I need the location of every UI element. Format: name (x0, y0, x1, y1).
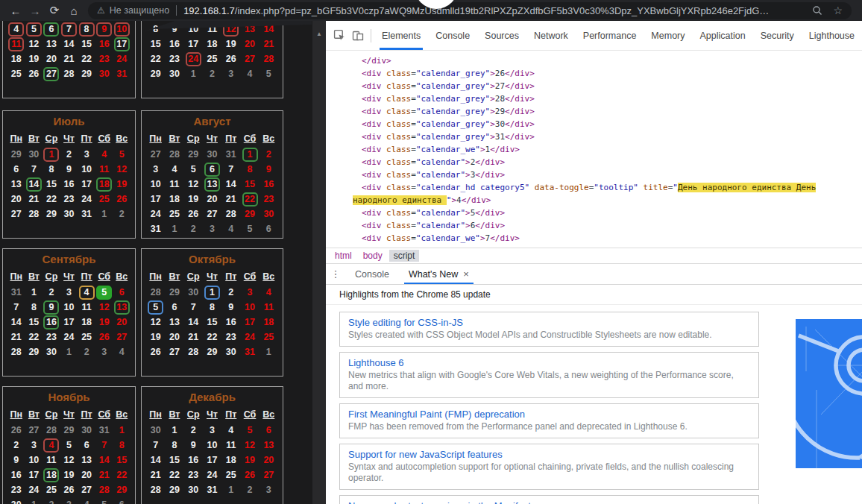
day-marker-box: 18 (96, 177, 112, 192)
code-line[interactable]: <div class="calendar_grey">30</div> (326, 118, 862, 130)
search-icon[interactable] (812, 5, 822, 16)
code-token: class (382, 246, 412, 248)
devtools-tab-sources[interactable]: Sources (477, 21, 526, 50)
calendar-day-marked[interactable]: 8 (78, 22, 95, 37)
week-row: 13141516171819 (7, 177, 130, 192)
drawer-menu-icon[interactable]: ⋮ (326, 268, 345, 280)
devtools-tab-network[interactable]: Network (526, 21, 576, 50)
breadcrumb-body[interactable]: body (359, 250, 387, 262)
not-secure-label[interactable]: Не защищено (110, 5, 169, 16)
calendar-day-marked[interactable]: 27 (43, 66, 60, 81)
code-line[interactable]: <div class="calendar_grey">29</div> (326, 105, 862, 118)
calendar-day-marked[interactable]: 5 (25, 22, 43, 37)
page-scrollbar[interactable]: ▲ (312, 21, 326, 504)
card-title-link[interactable]: Lighthouse 6 (348, 356, 750, 369)
url-host[interactable]: 192.168.1.7 (183, 5, 235, 16)
forward-icon[interactable]: → (25, 4, 45, 17)
code-line[interactable]: <div class="calendar">6</div> (326, 219, 862, 232)
calendar-day-marked[interactable]: 18 (95, 177, 113, 192)
code-line[interactable]: </div> (326, 54, 862, 67)
code-line[interactable]: народного единства ">4</div> (326, 194, 862, 207)
back-icon[interactable]: ← (6, 4, 25, 17)
calendar-day: 11 (165, 177, 183, 192)
code-token: </div> (462, 195, 491, 205)
code-line[interactable]: <div class="calendar_grey">26</div> (326, 67, 862, 80)
devtools-tab-elements[interactable]: Elements (374, 21, 428, 50)
code-line[interactable]: <div class="calendar_grey">31</div> (326, 130, 862, 143)
card-title-link[interactable]: Support for new JavaScript features (348, 448, 750, 461)
calendar-day-marked[interactable]: 14 (25, 177, 43, 192)
card-description: Styles created with CSS Object Model API… (348, 330, 750, 341)
bookmark-star-icon[interactable]: ☆ (833, 4, 843, 16)
scrollbar-up-icon[interactable]: ▲ (312, 31, 326, 37)
calendar-day-marked[interactable]: 13 (203, 177, 221, 192)
devtools-tab-security[interactable]: Security (753, 21, 802, 50)
close-icon[interactable]: × (463, 268, 469, 280)
calendar-day-marked[interactable]: 7 (60, 22, 78, 37)
calendar-day: 18 (165, 192, 183, 207)
calendar-day-marked[interactable]: 9 (43, 300, 60, 315)
devtools-tab-lighthouse[interactable]: Lighthouse (802, 21, 862, 50)
calendar-day: 8 (165, 438, 183, 453)
address-bar[interactable]: ⚠ Не защищено 192.168.1.7/index.php?pd=p… (88, 2, 852, 19)
devtools-tab-performance[interactable]: Performance (576, 21, 644, 50)
active-tab-underline (433, 48, 472, 50)
calendar-day-marked[interactable]: 4 (43, 438, 60, 453)
calendar-day-marked[interactable]: 5 (95, 285, 113, 300)
code-line[interactable]: <div class="calendar">3</div> (326, 168, 862, 181)
calendar-day-marked[interactable]: 24 (184, 51, 203, 66)
code-line[interactable]: <div class="calendar_grey">27</div> (326, 80, 862, 92)
code-token: "calendar" (416, 221, 465, 230)
code-line[interactable]: <div class="calendar_we">7</div> (326, 232, 862, 245)
code-token: </div> (505, 132, 535, 142)
code-line[interactable]: <div class="calendar_grey">28</div> (326, 92, 862, 105)
weekday-header: Вт (25, 270, 43, 285)
code-line[interactable]: <div class="calendar">5</div> (326, 207, 862, 219)
card-title-link[interactable]: First Meaningful Paint (FMP) deprecation (348, 408, 750, 420)
calendar-day-marked[interactable]: 22 (240, 192, 259, 207)
calendar-day-marked[interactable]: 10 (113, 22, 130, 37)
calendar-day-marked[interactable]: 18 (43, 467, 60, 482)
url-text[interactable]: 192.168.1.7/index.php?pd=pz_bGF5b3V0czp7… (183, 5, 769, 16)
day-marker-box: 5 (96, 286, 112, 300)
calendar-day: 20 (78, 467, 95, 482)
code-token: class (382, 119, 412, 129)
reload-icon[interactable]: ⟳ (45, 4, 64, 17)
breadcrumb-script[interactable]: script (389, 250, 420, 262)
calendar-day-marked[interactable]: 4 (78, 285, 95, 300)
calendar-day-marked[interactable]: 16 (43, 315, 60, 330)
home-icon[interactable]: ⌂ (64, 4, 84, 17)
calendar-day-marked[interactable]: 11 (7, 37, 25, 51)
not-secure-warning-icon[interactable]: ⚠ (97, 5, 105, 16)
calendar-day-marked[interactable]: 1 (240, 147, 259, 162)
calendar-day-marked[interactable]: 5 (146, 300, 165, 315)
code-line[interactable]: <div class="calendar">2</div> (326, 156, 862, 168)
breadcrumb-html[interactable]: html (330, 250, 356, 262)
inspect-element-icon[interactable] (333, 29, 347, 42)
url-path[interactable]: /index.php?pd=pz_bGF5b3V0czp7aWQ9MzUsdml… (235, 5, 769, 16)
calendar-day-marked[interactable]: 1 (43, 147, 60, 162)
whats-new-header: Highlights from the Chrome 85 update (326, 285, 862, 305)
drawer-tab-console[interactable]: Console (345, 264, 399, 284)
calendar-day-marked[interactable]: 6 (43, 22, 60, 37)
drawer-tab-what-s-new[interactable]: What's New× (399, 264, 479, 284)
week-row: 21222324252627 (7, 330, 130, 344)
card-title-link[interactable]: New app shortcut warnings in the Manifes… (348, 500, 750, 504)
calendar-day-marked[interactable]: 4 (7, 22, 25, 37)
code-line[interactable]: <div class="calendar_hd category5" data-… (326, 181, 862, 194)
devtools-tab-console[interactable]: Console (428, 21, 477, 50)
device-toolbar-icon[interactable] (351, 29, 365, 42)
code-token: > (480, 145, 485, 154)
code-token: class (382, 132, 412, 142)
calendar-day-marked[interactable]: 9 (95, 22, 113, 37)
card-title-link[interactable]: Style editing for CSS-in-JS (348, 316, 750, 329)
calendar-day: 2 (203, 66, 221, 81)
calendar-day: 27 (240, 51, 259, 66)
calendar-day-marked[interactable]: 6 (203, 162, 221, 177)
calendar-day-marked[interactable]: 1 (203, 285, 221, 300)
devtools-tab-application[interactable]: Application (693, 21, 753, 50)
calendar-day-marked[interactable]: 17 (113, 37, 130, 51)
code-line[interactable]: <div class="calendar_we">1</div> (326, 143, 862, 156)
calendar-day-marked[interactable]: 13 (113, 300, 130, 315)
devtools-tab-memory[interactable]: Memory (644, 21, 692, 50)
